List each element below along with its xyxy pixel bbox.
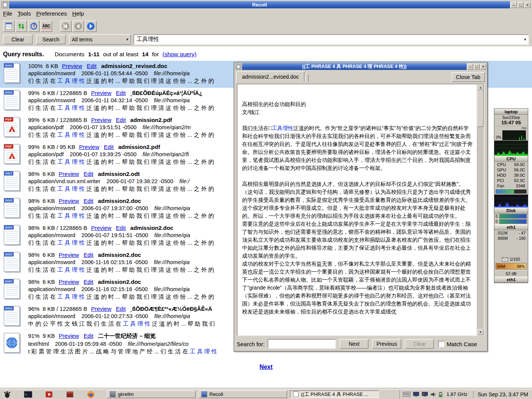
edit-link[interactable]: Edit	[116, 225, 126, 231]
sensor-label: GPU	[497, 168, 506, 172]
checkbox-icon[interactable]	[438, 341, 445, 347]
gkrellm-hostname: laptop	[494, 109, 528, 115]
gkrellm-disk-header: Disk	[494, 207, 528, 214]
edit-link[interactable]: Edit	[84, 252, 93, 258]
edit-link[interactable]: Edit	[84, 279, 93, 285]
preview-tab[interactable]: admission2...evised.doc	[236, 71, 304, 82]
preview-link[interactable]: Preview	[91, 225, 111, 231]
find-input[interactable]	[268, 339, 336, 349]
preview-link[interactable]: Preview	[79, 144, 99, 150]
edit-link[interactable]: Edit	[87, 63, 97, 69]
terminal-icon[interactable]: >_	[23, 390, 33, 399]
preview-link[interactable]: Preview	[59, 252, 79, 258]
file-size: 6 KB / 95 KB	[43, 144, 75, 150]
preview-link[interactable]: Preview	[59, 198, 79, 204]
task-button-gk[interactable]: gkrellm	[107, 390, 196, 398]
preview-text-area[interactable]: 高校招生的社会功能和目的文/钱江我们生活在□工具理性泛滥的时代。作为“世之显学”…	[237, 84, 484, 336]
search-button[interactable]: Search	[36, 35, 66, 44]
preview-link[interactable]: Preview	[91, 90, 111, 96]
preview-titlebar[interactable]: ((工 PHRASE 4 具 PHRASE 4 理 PHRASE 4 性)) –…	[235, 63, 486, 70]
browser-icon[interactable]	[86, 390, 96, 399]
volume-icon[interactable]	[431, 392, 436, 397]
taskbar: >_ gkrellmRecoll((工 PHRASE 4 具 PHRASE ..…	[0, 389, 532, 399]
media-player-icon[interactable]	[44, 390, 54, 399]
scroll-down-icon[interactable]: ▼	[477, 329, 484, 335]
mime-type: application/msword	[28, 313, 75, 319]
file-date: 2006-01-07 19:37:00 -0500	[81, 205, 148, 211]
preview-link[interactable]: Preview	[59, 279, 79, 285]
edit-link[interactable]: Edit	[116, 306, 126, 312]
previous-page-icon[interactable]	[73, 21, 84, 32]
spellcheck-icon[interactable]: ÂBC	[41, 21, 52, 32]
package-icon[interactable]	[65, 390, 75, 399]
relevance-percent: 100%	[28, 63, 43, 69]
search-mode-select[interactable]: All terms ▼	[69, 34, 131, 45]
preview-find-bar: Search for: Next Previous Clear Match Ca…	[236, 338, 485, 350]
highlighted-term: 工 具 理 性	[57, 104, 85, 111]
search-row: Clear Search All terms ▼ 工具理性 ▼	[3, 34, 529, 44]
document-table-icon[interactable]	[3, 21, 14, 32]
display-alert-icon[interactable]	[422, 392, 428, 397]
window-menu-icon[interactable]	[235, 63, 241, 70]
preview-link[interactable]: Preview	[91, 306, 111, 312]
maximize-button[interactable]: □	[518, 2, 524, 8]
preview-scrollbar[interactable]: ▲ ▼	[477, 84, 484, 335]
preview-link[interactable]: Preview	[59, 171, 79, 177]
preview-link[interactable]: Preview	[91, 117, 111, 123]
battery-icon[interactable]	[439, 392, 442, 397]
menu-preferences[interactable]: Preferences	[36, 10, 67, 18]
file-size: 9 KB	[43, 332, 55, 339]
next-page-icon[interactable]	[85, 21, 97, 32]
find-previous-button[interactable]: Previous	[372, 339, 401, 349]
find-clear-button: Clear	[405, 339, 434, 349]
history-icon[interactable]	[28, 21, 40, 32]
doc-file-icon: DOC	[4, 306, 20, 326]
close-button[interactable]: ×	[480, 64, 486, 70]
clear-button[interactable]: Clear	[3, 35, 33, 44]
find-next-button[interactable]: Next	[339, 339, 369, 349]
query-input[interactable]: 工具理性 ▼	[133, 34, 529, 45]
close-tab-button[interactable]: Close Tab	[451, 72, 485, 82]
edit-link[interactable]: Edit	[116, 117, 126, 123]
preview-link[interactable]: Preview	[59, 332, 79, 339]
scroll-up-icon[interactable]: ▲	[477, 84, 484, 90]
first-page-icon[interactable]	[60, 21, 71, 32]
task-button-dc[interactable]: ((工 PHRASE 4 具 PHRASE ...	[290, 390, 379, 398]
footprint-icon[interactable]	[2, 390, 12, 399]
sort-arrows-icon[interactable]	[16, 21, 27, 32]
edit-link[interactable]: Edit	[84, 171, 93, 177]
minimize-button[interactable]: –	[511, 2, 517, 8]
menu-help[interactable]: Help	[72, 10, 84, 18]
titlebar[interactable]: Recoll – □ ×	[2, 1, 530, 8]
menu-tools[interactable]: Tools	[17, 10, 31, 18]
menu-file[interactable]: File	[3, 10, 12, 18]
next-page-link[interactable]: Next	[260, 364, 273, 370]
sensor-value: 56.0C	[514, 168, 525, 172]
minimize-button[interactable]: –	[467, 64, 473, 70]
maximize-button[interactable]: □	[474, 64, 480, 70]
keyboard-icon[interactable]	[403, 392, 410, 397]
scrollbar-thumb[interactable]	[477, 90, 484, 127]
net-rate-left: .906M	[497, 236, 508, 241]
taskbar-clock: Sun Sep 23, 3:47 PM	[478, 391, 528, 397]
preview-document-text: 高校招生的社会功能和目的文/钱江我们生活在□工具理性泛滥的时代。作为“世之显学”…	[238, 84, 477, 335]
edit-link[interactable]: Edit	[104, 144, 114, 150]
edit-link[interactable]: Edit	[116, 90, 126, 96]
file-name: ¸ßÕÐÖÆ¶È£º¹«Æ½ÓëÐ§ÂÊ«Ä	[130, 306, 212, 312]
file-url: file:///home/qian2/fi	[142, 151, 189, 157]
close-button[interactable]: ×	[524, 2, 530, 8]
edit-link[interactable]: Edit	[84, 198, 93, 204]
chevron-down-icon[interactable]: ▼	[522, 38, 528, 41]
sensor-value: 59.0C	[514, 162, 525, 167]
show-query-link[interactable]: (show query)	[162, 51, 196, 57]
gkrellm-monitor[interactable]: laptop Sun23Sep 15:47 05 mo 0% CPU CPU59…	[494, 108, 528, 283]
edit-link[interactable]: Edit	[84, 332, 93, 339]
display-icon[interactable]	[413, 392, 419, 397]
window-menu-icon[interactable]	[2, 2, 8, 8]
preview-paragraph: 高校招生最明显的目的当然是选拔人才。但这选拔人才的目标却不仅仅是人们假定“因材施…	[242, 180, 473, 220]
toolbar: ÂBC	[3, 20, 98, 33]
preview-link[interactable]: Preview	[62, 63, 82, 69]
match-case-checkbox[interactable]: Match Case	[438, 341, 477, 347]
relevance-percent: 98%	[28, 198, 40, 204]
task-button-rc[interactable]: Recoll	[198, 390, 287, 398]
